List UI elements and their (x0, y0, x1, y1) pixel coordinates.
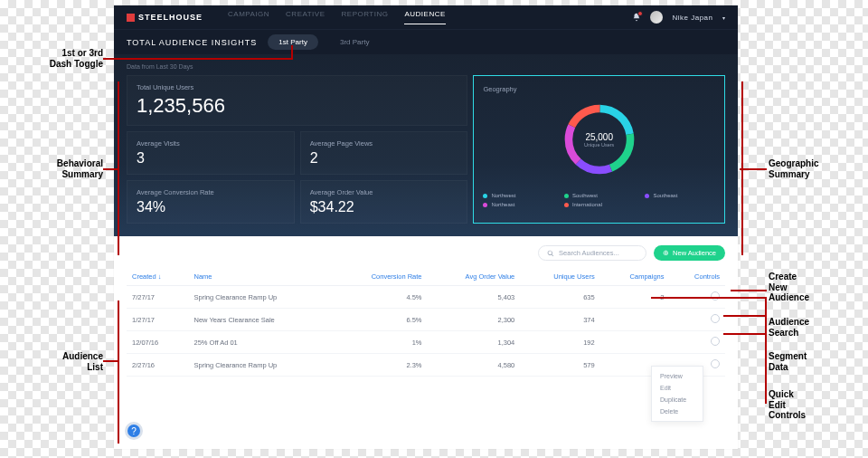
geography-donut-chart: 25,000 Unique Users (559, 99, 640, 180)
table-row[interactable]: 2/27/16Spring Clearance Ramp Up2.3%4,580… (127, 354, 725, 377)
col-6[interactable]: Controls (670, 268, 726, 286)
nav-audience[interactable]: AUDIENCE (404, 10, 445, 24)
legend-item: International (564, 202, 635, 207)
anno-audlist: AudienceList (5, 351, 103, 372)
anno-toggle: 1st or 3rdDash Toggle (5, 48, 103, 69)
card-geography: Geography 25,000 Unique Users (473, 75, 725, 224)
dashboard: Data from Last 30 Days Total Unique User… (114, 54, 738, 236)
legend-item: Southeast (645, 193, 715, 198)
user-avatar[interactable] (650, 11, 663, 24)
main-nav: CAMPAIGN CREATIVE REPORTING AUDIENCE (228, 10, 446, 24)
card-avg-page-views: Average Page Views 2 (300, 131, 468, 175)
tab-3rd-party[interactable]: 3rd Party (329, 34, 380, 50)
legend-item: Northwest (483, 193, 553, 198)
anno-geo: GeographicSummary (769, 158, 819, 179)
legend-item: Northeast (483, 202, 553, 207)
context-menu: PreviewEditDuplicateDelete (651, 366, 703, 422)
ctx-preview[interactable]: Preview (652, 370, 703, 382)
card-avg-conv-rate: Average Conversion Rate 34% (127, 180, 295, 224)
plus-icon: ⊕ (663, 249, 669, 257)
card-avg-visits: Average Visits 3 (127, 131, 295, 175)
ctx-edit[interactable]: Edit (652, 382, 703, 394)
col-3[interactable]: Avg Order Value (428, 268, 521, 286)
tab-1st-party[interactable]: 1st Party (268, 34, 318, 50)
col-5[interactable]: Campaigns (600, 268, 670, 286)
legend-item: Southwest (564, 193, 635, 198)
anno-create: CreateNewAudience (769, 272, 809, 303)
col-2[interactable]: Conversion Rate (333, 268, 427, 286)
date-range-label: Data from Last 30 Days (127, 63, 725, 70)
donut-center-value: 25,000 (585, 132, 613, 142)
audience-list-panel: Search Audiences... ⊕ New Audience Creat… (114, 236, 738, 386)
gear-icon[interactable] (711, 359, 720, 368)
donut-center-label: Unique Users (584, 142, 614, 148)
search-icon (547, 250, 554, 257)
new-audience-button[interactable]: ⊕ New Audience (654, 245, 725, 261)
anno-search: AudienceSearch (769, 317, 809, 338)
card-total-unique-users: Total Unique Users 1,235,566 (127, 75, 467, 126)
table-row[interactable]: 1/27/17New Years Clearance Sale6.5%2,300… (127, 309, 725, 331)
anno-quick: QuickEditControls (769, 389, 806, 421)
nav-creative[interactable]: CREATIVE (286, 10, 325, 24)
ctx-delete[interactable]: Delete (652, 406, 703, 417)
notification-icon[interactable] (632, 13, 641, 22)
col-1[interactable]: Name (189, 268, 334, 286)
anno-segment: SegmentData (769, 351, 807, 372)
ctx-duplicate[interactable]: Duplicate (652, 394, 703, 406)
gear-icon[interactable] (711, 291, 720, 301)
nav-campaign[interactable]: CAMPAIGN (228, 10, 269, 24)
table-row[interactable]: 7/27/17Spring Clearance Ramp Up4.5%5,403… (127, 286, 725, 309)
app-header: STEELHOUSE CAMPAIGN CREATIVE REPORTING A… (114, 5, 738, 29)
brand-logo: STEELHOUSE (127, 13, 203, 22)
chevron-down-icon[interactable]: ▾ (722, 14, 726, 21)
page-title: TOTAL AUDIENCE INSIGHTS (127, 38, 257, 47)
subheader: TOTAL AUDIENCE INSIGHTS 1st Party 3rd Pa… (114, 29, 738, 54)
geography-legend: NorthwestSouthwestSoutheastNortheastInte… (483, 193, 715, 207)
notif-badge (637, 11, 643, 16)
card-avg-order-value: Average Order Value $34.22 (300, 180, 468, 224)
gear-icon[interactable] (711, 314, 720, 323)
help-button[interactable]: ? (125, 422, 143, 440)
app-frame: STEELHOUSE CAMPAIGN CREATIVE REPORTING A… (114, 5, 738, 449)
table-row[interactable]: 12/07/1625% Off Ad 011%1,304192 (127, 331, 725, 354)
user-name[interactable]: Nike Japan (672, 14, 712, 22)
search-input[interactable]: Search Audiences... (538, 245, 646, 261)
anno-behavioral: BehavioralSummary (5, 158, 103, 179)
col-0[interactable]: Created ↓ (127, 268, 189, 286)
col-4[interactable]: Unique Users (520, 268, 599, 286)
gear-icon[interactable] (711, 337, 720, 346)
nav-reporting[interactable]: REPORTING (342, 10, 389, 24)
audience-table: Created ↓NameConversion RateAvg Order Va… (127, 268, 725, 377)
